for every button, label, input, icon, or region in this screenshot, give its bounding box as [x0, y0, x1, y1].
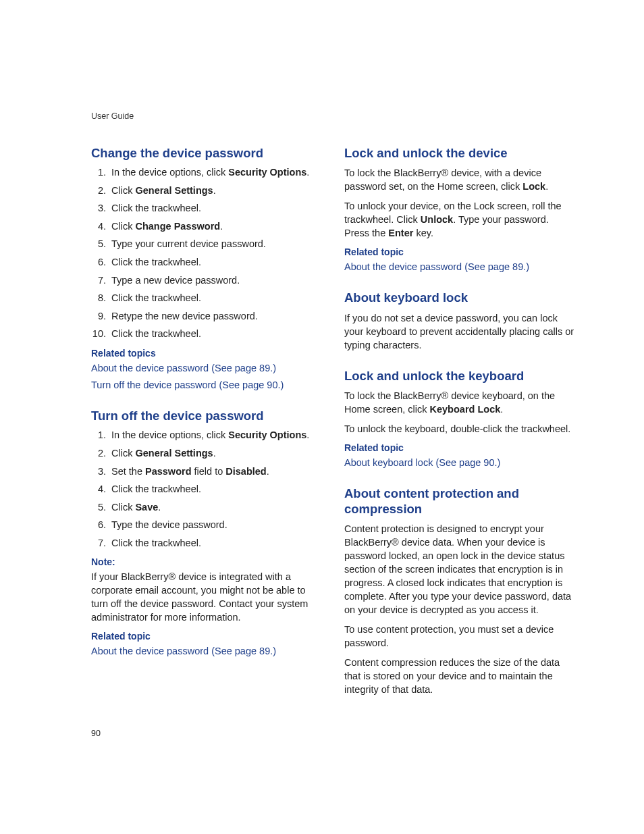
- paragraphs: Content protection is designed to encryp…: [344, 522, 576, 696]
- section-change-device-password: Change the device password In the device…: [91, 145, 323, 392]
- related-links: About the device password (See page 89.): [344, 260, 576, 273]
- related-links: About the device password (See page 89.): [91, 644, 323, 658]
- related-links: About keyboard lock (See page 90.): [344, 456, 576, 469]
- body-paragraph: To unlock the keyboard, double-click the…: [344, 422, 576, 436]
- steps-turn-off-device-password: In the device options, click Security Op…: [91, 429, 323, 550]
- heading-lock-unlock-device: Lock and unlock the device: [344, 145, 576, 161]
- section-about-keyboard-lock: About keyboard lock If you do not set a …: [344, 290, 576, 351]
- body-paragraph: If you do not set a device password, you…: [344, 311, 576, 352]
- related-link[interactable]: About keyboard lock (See page 90.): [344, 456, 576, 469]
- body-paragraph: To unlock your device, on the Lock scree…: [344, 199, 576, 240]
- note-body: If your BlackBerry® device is integrated…: [91, 570, 323, 624]
- running-header: User Guide: [91, 111, 134, 121]
- step-item: Click the trackwheel.: [109, 256, 323, 269]
- step-item: Click General Settings.: [109, 447, 323, 461]
- body-paragraph: To use content protection, you must set …: [344, 623, 576, 650]
- step-item: Click the trackwheel.: [109, 483, 323, 496]
- heading-turn-off-device-password: Turn off the device password: [91, 408, 323, 423]
- page: User Guide Change the device password In…: [0, 0, 644, 834]
- step-item: Click the trackwheel.: [109, 537, 323, 550]
- step-item: Type a new device password.: [109, 274, 323, 288]
- step-item: Click Change Password.: [109, 220, 323, 234]
- step-item: Set the Password field to Disabled.: [109, 465, 323, 479]
- body-paragraph: Content compression reduces the size of …: [344, 656, 576, 696]
- related-link[interactable]: About the device password (See page 89.): [344, 260, 576, 273]
- step-item: In the device options, click Security Op…: [109, 429, 323, 442]
- section-lock-unlock-device: Lock and unlock the device To lock the B…: [344, 145, 576, 273]
- heading-about-content-protection: About content protection and compression: [344, 486, 576, 517]
- step-item: Click Save.: [109, 501, 323, 515]
- step-item: Type your current device password.: [109, 238, 323, 251]
- step-item: In the device options, click Security Op…: [109, 166, 323, 180]
- heading-about-keyboard-lock: About keyboard lock: [344, 290, 576, 305]
- related-topic-heading: Related topic: [91, 631, 323, 642]
- section-turn-off-device-password: Turn off the device password In the devi…: [91, 408, 323, 658]
- page-number: 90: [91, 729, 101, 738]
- related-link[interactable]: About the device password (See page 89.): [91, 644, 323, 658]
- related-links: About the device password (See page 89.)…: [91, 361, 323, 392]
- two-column-layout: Change the device password In the device…: [91, 145, 583, 712]
- heading-change-device-password: Change the device password: [91, 145, 323, 161]
- body-paragraph: To lock the BlackBerry® device keyboard,…: [344, 389, 576, 416]
- step-item: Click the trackwheel.: [109, 328, 323, 341]
- related-link[interactable]: Turn off the device password (See page 9…: [91, 378, 323, 392]
- body-paragraph: To lock the BlackBerry® device, with a d…: [344, 166, 576, 193]
- step-item: Click the trackwheel.: [109, 292, 323, 305]
- left-column: Change the device password In the device…: [91, 145, 323, 712]
- body-paragraph: Content protection is designed to encryp…: [344, 522, 576, 617]
- paragraphs: To lock the BlackBerry® device keyboard,…: [344, 389, 576, 436]
- related-topic-heading: Related topic: [344, 442, 576, 453]
- step-item: Retype the new device password.: [109, 310, 323, 323]
- related-topic-heading: Related topic: [344, 246, 576, 257]
- section-about-content-protection: About content protection and compression…: [344, 486, 576, 696]
- related-link[interactable]: About the device password (See page 89.): [91, 361, 323, 375]
- note-heading: Note:: [91, 556, 323, 567]
- section-lock-unlock-keyboard: Lock and unlock the keyboard To lock the…: [344, 368, 576, 469]
- related-topics-heading: Related topics: [91, 348, 323, 359]
- paragraphs: If you do not set a device password, you…: [344, 311, 576, 352]
- steps-change-device-password: In the device options, click Security Op…: [91, 166, 323, 341]
- heading-lock-unlock-keyboard: Lock and unlock the keyboard: [344, 368, 576, 384]
- step-item: Click General Settings.: [109, 184, 323, 198]
- step-item: Type the device password.: [109, 519, 323, 532]
- right-column: Lock and unlock the device To lock the B…: [344, 145, 576, 712]
- paragraphs: To lock the BlackBerry® device, with a d…: [344, 166, 576, 240]
- step-item: Click the trackwheel.: [109, 202, 323, 215]
